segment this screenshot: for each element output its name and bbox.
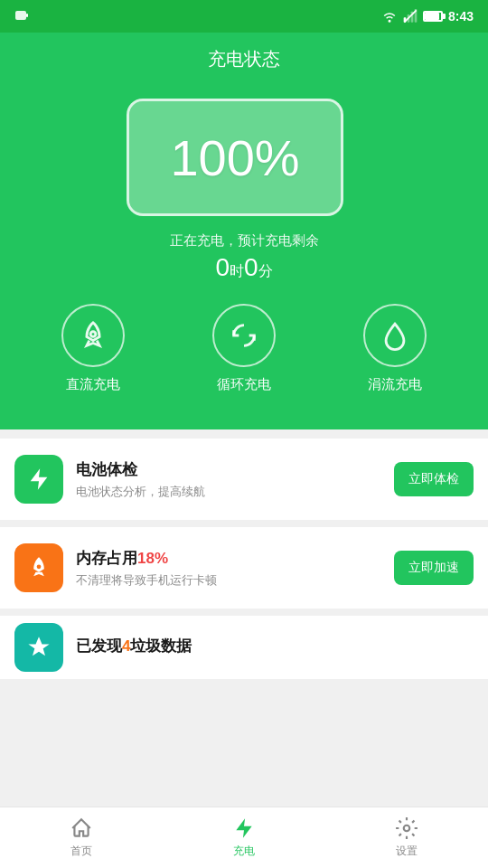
battery-check-card: 电池体检 电池状态分析，提高续航 立即体检: [0, 439, 488, 520]
bolt-icon: [26, 467, 52, 492]
svg-point-11: [404, 826, 410, 832]
battery-check-icon-wrap: [14, 455, 63, 504]
direct-charging-icon-circle: [61, 304, 125, 367]
charging-status-text: 正在充电，预计充电剩余 0时0分: [0, 232, 488, 282]
svg-rect-1: [26, 14, 28, 17]
svg-point-9: [37, 565, 42, 570]
svg-line-6: [404, 10, 416, 22]
battery-check-text: 电池体检 电池状态分析，提高续航: [76, 459, 381, 500]
cycle-charging-option[interactable]: 循环充电: [212, 304, 276, 393]
battery-icon: [423, 11, 443, 22]
home-nav-icon: [70, 816, 93, 840]
nav-item-home[interactable]: 首页: [0, 816, 163, 859]
minutes-value: 0: [244, 253, 258, 281]
trickle-charging-option[interactable]: 涓流充电: [363, 304, 427, 393]
status-bar: 8:43: [0, 0, 488, 33]
svg-point-7: [90, 332, 96, 337]
cycle-icon: [229, 320, 259, 351]
drop-icon: [380, 320, 410, 351]
battery-percentage: 100%: [170, 128, 299, 187]
bolt-nav-icon: [232, 816, 256, 840]
battery-body: 100%: [127, 99, 343, 216]
page-title: 充电状态: [0, 47, 488, 71]
charging-time: 0时0分: [0, 253, 488, 282]
memory-percent: 18%: [137, 550, 168, 567]
nav-label-home: 首页: [70, 844, 92, 859]
hours-value: 0: [215, 253, 230, 281]
battery-check-subtitle: 电池状态分析，提高续航: [76, 484, 381, 500]
cards-section: 电池体检 电池状态分析，提高续航 立即体检 内存占用18% 不清理将导致手机运行…: [0, 429, 488, 679]
bottom-nav: 首页 充电 设置: [0, 807, 488, 868]
clock-time: 8:43: [448, 9, 474, 24]
junk-icon-wrap: [14, 623, 63, 672]
battery-status-icon: [14, 8, 29, 25]
svg-marker-8: [31, 468, 48, 489]
status-right: 8:43: [381, 9, 474, 24]
nav-item-charge[interactable]: 充电: [163, 816, 325, 859]
memory-title: 内存占用18%: [76, 548, 381, 569]
wifi-icon: [381, 9, 398, 24]
battery-check-button[interactable]: 立即体检: [394, 462, 474, 496]
cycle-charging-icon-circle: [212, 304, 276, 367]
junk-title-prefix: 已发现: [76, 637, 122, 655]
memory-accelerate-button[interactable]: 立即加速: [394, 551, 474, 585]
junk-icon: [26, 635, 52, 660]
green-header-section: 充电状态 100% 正在充电，预计充电剩余 0时0分 直: [0, 33, 488, 429]
rocket-icon: [78, 320, 108, 351]
memory-icon-wrap: [14, 543, 63, 592]
charging-options: 直流充电 循环充电 涓流充电: [0, 282, 488, 402]
gear-nav-icon: [395, 816, 418, 840]
trickle-charging-icon-circle: [363, 304, 427, 367]
svg-rect-0: [15, 11, 26, 20]
nav-item-settings[interactable]: 设置: [325, 816, 488, 859]
nav-label-charge: 充电: [233, 844, 255, 859]
signal-icon: [403, 9, 418, 24]
memory-subtitle: 不清理将导致手机运行卡顿: [76, 572, 381, 589]
battery-graphic: 100%: [127, 99, 361, 216]
direct-charging-option[interactable]: 直流充电: [61, 304, 125, 393]
cycle-charging-label: 循环充电: [217, 376, 271, 393]
hours-unit: 时: [230, 263, 244, 278]
junk-title-suffix: 垃圾数据: [130, 637, 192, 655]
trickle-charging-label: 涓流充电: [368, 376, 422, 393]
junk-title: 已发现4垃圾数据: [76, 636, 474, 656]
nav-label-settings: 设置: [396, 844, 418, 859]
charging-status-line: 正在充电，预计充电剩余: [0, 232, 488, 250]
junk-text: 已发现4垃圾数据: [76, 636, 474, 660]
battery-display: 100%: [0, 80, 488, 225]
rocket-orange-icon: [26, 555, 52, 580]
junk-card-partial: 已发现4垃圾数据: [0, 616, 488, 679]
battery-check-title: 电池体检: [76, 459, 381, 480]
direct-charging-label: 直流充电: [66, 376, 120, 393]
memory-title-prefix: 内存占用: [76, 550, 137, 567]
memory-text: 内存占用18% 不清理将导致手机运行卡顿: [76, 548, 381, 589]
page-title-bar: 充电状态: [0, 33, 488, 80]
svg-marker-10: [236, 818, 251, 838]
memory-card: 内存占用18% 不清理将导致手机运行卡顿 立即加速: [0, 527, 488, 609]
minutes-unit: 分: [258, 263, 273, 278]
